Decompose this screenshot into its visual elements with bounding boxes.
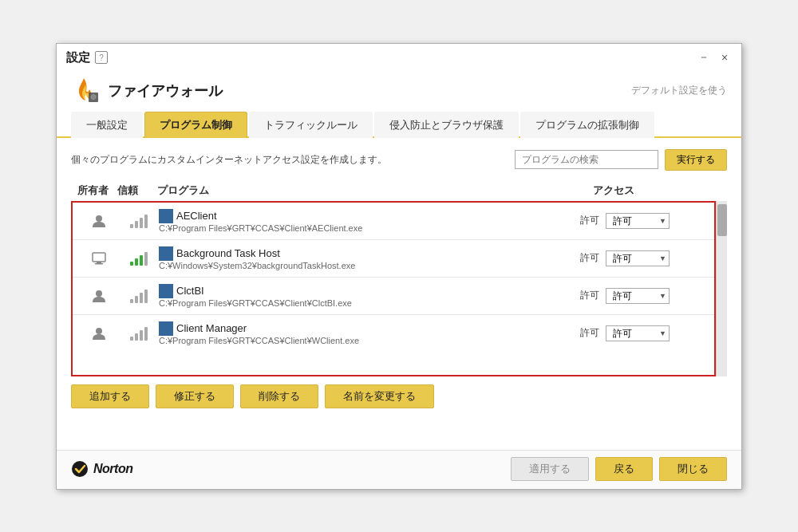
search-input[interactable] [515, 150, 658, 169]
program-name: Client Manager [176, 322, 247, 334]
svg-point-6 [96, 328, 102, 334]
access-dropdown[interactable]: 許可ブロック質問 [606, 213, 670, 229]
program-path: C:¥Program Files¥GRT¥CCAS¥Client¥AEClien… [159, 223, 580, 233]
program-path: C:¥Windows¥System32¥backgroundTaskHost.e… [159, 261, 580, 270]
program-info: ClctBIC:¥Program Files¥GRT¥CCAS¥Client¥C… [159, 284, 580, 308]
close-footer-button[interactable]: 閉じる [659, 457, 727, 481]
program-info: AEClientC:¥Program Files¥GRT¥CCAS¥Client… [159, 209, 580, 233]
run-button[interactable]: 実行する [665, 149, 727, 171]
signal-icon [119, 326, 159, 341]
action-buttons: 追加する 修正する 削除する 名前を変更する [71, 376, 727, 413]
access-cell: 許可許可ブロック質問 [580, 325, 708, 341]
program-icon [159, 284, 173, 298]
access-label: 許可 [580, 326, 602, 340]
edit-button[interactable]: 修正する [156, 384, 234, 408]
signal-icon [119, 289, 159, 303]
program-icon [159, 246, 173, 261]
svg-point-1 [96, 215, 102, 222]
window-title: 設定 [66, 50, 90, 65]
monitor-icon [91, 250, 107, 266]
program-icon [159, 321, 173, 336]
tab-traffic[interactable]: トラフィックルール [249, 112, 373, 138]
program-path: C:¥Program Files¥GRT¥CCAS¥Client¥WClient… [159, 336, 580, 345]
program-list-container: AEClientC:¥Program Files¥GRT¥CCAS¥Client… [71, 201, 727, 376]
svg-point-5 [96, 290, 102, 297]
scrollbar[interactable] [716, 201, 727, 376]
close-button[interactable]: × [717, 50, 732, 65]
program-name: AEClient [176, 210, 217, 222]
owner-icon [79, 250, 119, 266]
main-window: 設定 ? － × ファイアウォール デフォルト設定を使う 一般設定プログラム制御… [56, 43, 742, 490]
title-bar: 設定 ? － × [57, 44, 741, 69]
add-button[interactable]: 追加する [71, 384, 149, 408]
signal-icon [119, 214, 159, 228]
access-cell: 許可許可ブロック質問 [580, 250, 708, 266]
user-icon [91, 325, 107, 341]
col-program: プログラム [157, 183, 593, 198]
user-icon [91, 288, 107, 304]
search-description: 個々のプログラムにカスタムインターネットアクセス設定を作成します。 [71, 153, 387, 167]
access-dropdown[interactable]: 許可ブロック質問 [606, 250, 670, 266]
brand-title: ファイアウォール [108, 81, 223, 100]
delete-button[interactable]: 削除する [240, 384, 318, 408]
svg-rect-3 [97, 262, 101, 263]
default-settings-link[interactable]: デフォルト設定を使う [631, 84, 727, 97]
program-list: AEClientC:¥Program Files¥GRT¥CCAS¥Client… [71, 201, 716, 376]
access-cell: 許可許可ブロック質問 [580, 288, 708, 304]
back-button[interactable]: 戻る [595, 457, 653, 481]
tab-advanced[interactable]: プログラムの拡張制御 [520, 112, 654, 138]
access-label: 許可 [580, 214, 602, 227]
program-icon [159, 209, 173, 223]
program-path: C:¥Program Files¥GRT¥CCAS¥Client¥ClctBI.… [159, 298, 580, 308]
tab-general[interactable]: 一般設定 [71, 112, 143, 138]
svg-rect-2 [93, 253, 105, 262]
apply-button[interactable]: 適用する [511, 457, 589, 481]
user-icon [91, 213, 107, 229]
owner-icon [79, 288, 119, 304]
brand-icon [71, 77, 100, 105]
norton-text: Norton [93, 462, 132, 476]
program-info: Background Task HostC:¥Windows¥System32¥… [159, 246, 580, 270]
search-bar: 個々のプログラムにカスタムインターネットアクセス設定を作成します。 実行する [71, 149, 727, 171]
rename-button[interactable]: 名前を変更する [325, 384, 434, 408]
title-bar-left: 設定 ? [66, 50, 108, 65]
tab-intrusion[interactable]: 侵入防止とブラウザ保護 [374, 112, 519, 138]
title-bar-controls: － × [697, 50, 732, 65]
content-area: 個々のプログラムにカスタムインターネットアクセス設定を作成します。 実行する 所… [57, 138, 741, 450]
program-info: Client ManagerC:¥Program Files¥GRT¥CCAS¥… [159, 321, 580, 345]
norton-logo: Norton [71, 460, 132, 478]
norton-check-icon [71, 460, 89, 478]
access-label: 許可 [580, 251, 602, 265]
access-cell: 許可許可ブロック質問 [580, 213, 708, 229]
access-dropdown[interactable]: 許可ブロック質問 [606, 325, 670, 341]
col-access: アクセス [593, 183, 721, 198]
program-name: ClctBI [176, 285, 204, 297]
footer: Norton 適用する 戻る 閉じる [57, 450, 741, 489]
col-trust: 信頼 [117, 183, 157, 198]
minimize-button[interactable]: － [697, 50, 711, 65]
owner-icon [79, 213, 119, 229]
col-owner: 所有者 [77, 183, 117, 198]
program-name: Background Task Host [176, 247, 280, 259]
owner-icon [79, 325, 119, 341]
search-right: 実行する [515, 149, 727, 171]
brand-area: ファイアウォール [71, 77, 223, 105]
table-header: 所有者 信頼 プログラム アクセス [71, 180, 727, 201]
scrollbar-thumb[interactable] [717, 204, 727, 236]
table-row[interactable]: AEClientC:¥Program Files¥GRT¥CCAS¥Client… [73, 203, 714, 240]
svg-point-7 [72, 461, 88, 477]
help-button[interactable]: ? [95, 51, 108, 64]
header-area: ファイアウォール デフォルト設定を使う [57, 69, 741, 110]
access-dropdown[interactable]: 許可ブロック質問 [606, 288, 670, 304]
access-label: 許可 [580, 289, 602, 302]
footer-buttons: 適用する 戻る 閉じる [511, 457, 727, 481]
svg-rect-4 [95, 263, 103, 265]
signal-icon [119, 251, 159, 266]
table-row[interactable]: Client ManagerC:¥Program Files¥GRT¥CCAS¥… [73, 315, 714, 352]
tab-program[interactable]: プログラム制御 [144, 112, 247, 138]
table-row[interactable]: ClctBIC:¥Program Files¥GRT¥CCAS¥Client¥C… [73, 278, 714, 315]
tabs-bar: 一般設定プログラム制御トラフィックルール侵入防止とブラウザ保護プログラムの拡張制… [57, 110, 741, 138]
table-row[interactable]: Background Task HostC:¥Windows¥System32¥… [73, 240, 714, 278]
